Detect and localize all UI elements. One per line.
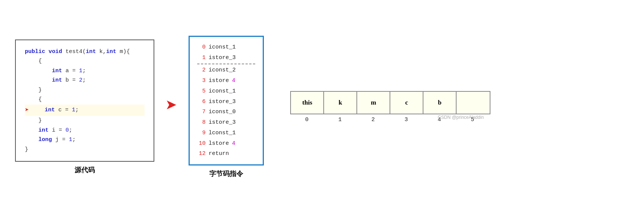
keyword-int3: int <box>52 66 62 76</box>
line-arrow-icon: ➤ <box>25 105 29 116</box>
lv-section: this k m c b 0 1 2 3 4 5 CSDN @princeAla… <box>290 91 490 123</box>
dashed-divider <box>197 64 255 64</box>
bytecode-panel: 0 iconst_1 1 istore_3 2 iconst_2 3 istor… <box>189 36 264 165</box>
keyword-int4: int <box>52 76 62 85</box>
keyword-long: long <box>38 135 52 145</box>
lv-idx-2: 2 <box>356 117 390 123</box>
lv-cell-k: k <box>324 92 357 114</box>
keyword-public: public <box>25 47 49 57</box>
lv-cell-b: b <box>423 92 457 114</box>
lv-cell-this: this <box>291 92 324 114</box>
code-line-1: public void test4(int k,int m){ <box>25 47 145 57</box>
lv-table: this k m c b <box>290 91 490 114</box>
lv-cell-c: c <box>390 92 423 114</box>
bytecode-panel-label: 字节码指令 <box>209 169 243 178</box>
code-panel-label: 源代码 <box>75 165 95 175</box>
code-line-4: int b = 2; <box>25 76 145 85</box>
lv-cell-m: m <box>357 92 390 114</box>
bc-row-12: 12 return <box>197 149 255 159</box>
code-panel: public void test4(int k,int m){ { int a … <box>15 39 154 162</box>
code-line-7-highlighted: ➤ int c = 1; <box>25 105 145 116</box>
bc-row-0: 0 iconst_1 <box>197 42 255 53</box>
bc-row-7: 7 iconst_0 <box>197 107 255 117</box>
bc-row-5: 5 iconst_1 <box>197 86 255 97</box>
lv-idx-3: 3 <box>390 117 423 123</box>
bc-row-3: 3 istore 4 <box>197 76 255 86</box>
code-line-6: { <box>25 95 145 105</box>
lv-idx-1: 1 <box>323 117 356 123</box>
keyword-void: void <box>49 47 65 57</box>
watermark-text: CSDN @princeAladdin <box>438 115 484 120</box>
keyword-int6: int <box>38 126 49 135</box>
method-name: test4( <box>65 47 86 57</box>
bytecode-section: 0 iconst_1 1 istore_3 2 iconst_2 3 istor… <box>189 36 264 178</box>
code-line-10: long j = 1; <box>25 135 145 145</box>
code-section: public void test4(int k,int m){ { int a … <box>15 39 154 175</box>
keyword-int5: int <box>45 105 55 115</box>
keyword-int2: int <box>106 47 116 57</box>
code-line-3: int a = 1; <box>25 66 145 76</box>
bc-row-8: 8 istore_3 <box>197 117 255 128</box>
bc-row-2: 2 iconst_2 <box>197 65 255 76</box>
bc-row-6: 6 istore_3 <box>197 97 255 107</box>
keyword-int1: int <box>86 47 96 57</box>
bc-row-10: 10 lstore 4 <box>197 138 255 149</box>
bc-row-9: 9 lconst_1 <box>197 128 255 138</box>
bc-row-1: 1 istore_3 <box>197 53 255 63</box>
code-line-8: } <box>25 116 145 126</box>
code-line-9: int i = 0; <box>25 126 145 135</box>
lv-idx-0: 0 <box>290 117 323 123</box>
code-line-5: } <box>25 85 145 95</box>
code-line-11: } <box>25 145 145 155</box>
main-container: public void test4(int k,int m){ { int a … <box>0 28 644 186</box>
section-arrow-icon: ➤ <box>166 97 177 117</box>
lv-cell-empty <box>457 92 490 114</box>
code-line-2: { <box>25 56 145 66</box>
